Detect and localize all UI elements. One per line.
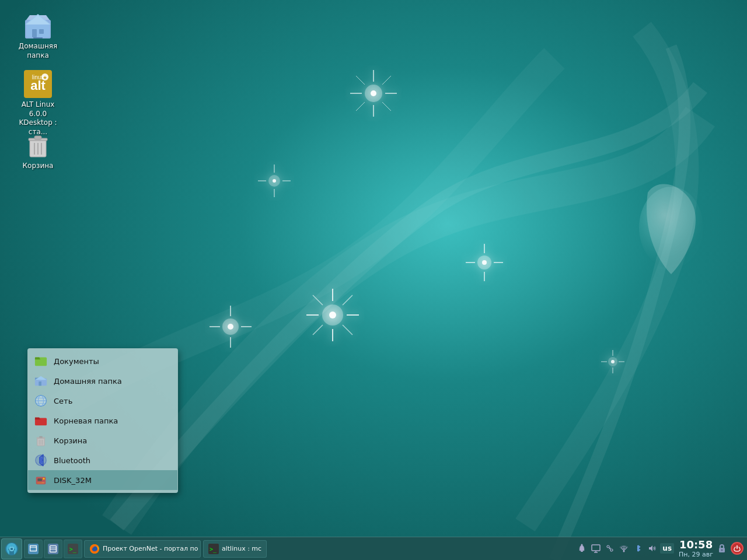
firefox-task-label: Проект OpenNet - портал по открытому ПО,… (103, 545, 201, 552)
svg-rect-98 (28, 544, 39, 554)
menu-item-trash-label: Корзина (54, 436, 87, 445)
altlinux-icon: alt linux ★ (24, 70, 52, 98)
menu-item-network-label: Сеть (54, 397, 72, 405)
places-menu: Документы Домашняя папка (27, 348, 178, 493)
menu-item-bluetooth-label: Bluetooth (54, 456, 90, 465)
volume-tray-icon[interactable] (646, 542, 658, 554)
svg-marker-79 (35, 418, 40, 420)
menu-item-documents[interactable]: Документы (28, 351, 177, 371)
svg-point-123 (721, 550, 723, 551)
desktop-icon-altlinux[interactable]: alt linux ★ ALT Linux 6.0.0 KDesktop : с… (12, 70, 64, 136)
svg-rect-95 (37, 482, 42, 483)
config-icon[interactable] (604, 542, 616, 554)
svg-marker-121 (649, 545, 652, 551)
svg-point-116 (610, 549, 613, 551)
menu-item-home[interactable]: Домашняя папка (28, 371, 177, 391)
svg-rect-71 (39, 382, 41, 386)
svg-rect-62 (34, 136, 41, 139)
terminal-task-icon: >_ (208, 544, 219, 554)
bluetooth-tray-icon[interactable] (632, 542, 644, 554)
clock-time: 10:58 (679, 539, 713, 551)
svg-rect-50 (26, 23, 50, 37)
svg-rect-82 (39, 436, 43, 438)
svg-rect-92 (38, 478, 42, 481)
svg-text:>_: >_ (69, 545, 76, 552)
svg-point-119 (623, 551, 625, 552)
clock-date: Пн, 29 авг (679, 551, 713, 558)
start-button[interactable] (1, 538, 22, 559)
monitor-icon[interactable] (590, 542, 602, 554)
svg-point-12 (268, 175, 280, 187)
svg-point-115 (607, 545, 609, 548)
menu-item-disk[interactable]: DISK_32M (28, 470, 177, 490)
taskbar-console-btn[interactable]: >_ (64, 540, 82, 558)
desktop-icon-trash[interactable]: Корзина (12, 131, 64, 171)
svg-rect-110 (581, 551, 583, 552)
home-folder-icon (24, 12, 52, 40)
terminal-task-label: altlinux : mc (222, 545, 261, 552)
svg-rect-100 (48, 544, 58, 554)
menu-item-disk-label: DISK_32M (54, 476, 92, 485)
home-folder-label: Домашняя папка (12, 42, 64, 60)
svg-rect-54 (39, 29, 44, 34)
svg-rect-93 (43, 478, 45, 480)
folder-home-icon (34, 374, 48, 388)
svg-text:>_: >_ (210, 546, 217, 553)
bluetooth-icon (34, 453, 48, 467)
svg-point-28 (477, 256, 491, 270)
svg-point-2 (365, 85, 382, 102)
svg-point-18 (322, 304, 343, 326)
svg-text:★: ★ (43, 75, 47, 80)
svg-rect-112 (592, 545, 600, 551)
svg-point-77 (36, 396, 46, 406)
desktop: Домашняя папка alt linux ★ ALT Linux 6.0… (0, 0, 747, 560)
desktop-icon-home[interactable]: Домашняя папка (12, 12, 64, 60)
clock[interactable]: 10:58 Пн, 29 авг (679, 539, 713, 558)
trash-menu-icon (34, 433, 48, 447)
menu-item-documents-label: Документы (54, 357, 99, 366)
power-button[interactable] (731, 542, 743, 555)
lock-screen-button[interactable] (715, 542, 728, 555)
notification-icon[interactable] (576, 542, 588, 554)
trash-icon (24, 131, 52, 159)
menu-item-root[interactable]: Корневая папка (28, 411, 177, 430)
menu-item-bluetooth[interactable]: Bluetooth (28, 450, 177, 470)
svg-point-34 (608, 357, 617, 366)
folder-red-icon (34, 414, 48, 428)
taskbar-files-btn[interactable] (44, 540, 62, 558)
menu-item-root-label: Корневая папка (54, 416, 118, 425)
svg-rect-53 (32, 29, 37, 37)
menu-item-home-label: Домашняя папка (54, 377, 122, 386)
network-icon (34, 394, 48, 408)
language-indicator[interactable]: us (660, 543, 674, 554)
trash-label: Корзина (23, 162, 54, 171)
taskbar: >_ Проект OpenNet - портал по открытому … (0, 537, 747, 560)
menu-item-trash[interactable]: Корзина (28, 430, 177, 450)
terminal-task[interactable]: >_ altlinux : mc (203, 540, 267, 558)
firefox-task[interactable]: Проект OpenNet - портал по открытому ПО,… (84, 540, 201, 558)
usb-drive-icon (34, 473, 48, 487)
menu-item-network[interactable]: Сеть (28, 391, 177, 411)
taskbar-right: us 10:58 Пн, 29 авг (576, 539, 747, 558)
svg-point-111 (581, 544, 583, 546)
firefox-task-icon (89, 544, 100, 554)
svg-point-40 (222, 318, 239, 335)
network-tray-icon[interactable] (618, 542, 630, 554)
taskbar-dolphin-btn[interactable] (24, 540, 43, 558)
folder-green-icon (34, 354, 48, 368)
